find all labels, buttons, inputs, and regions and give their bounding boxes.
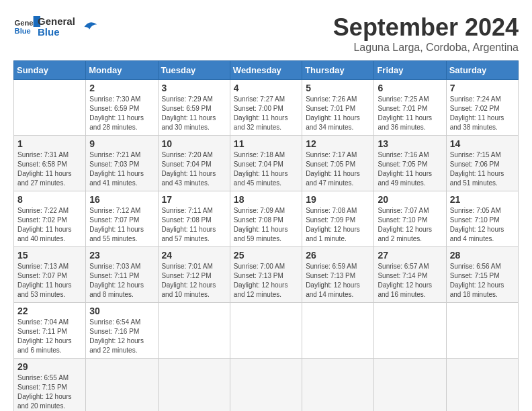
- day-number: 22: [17, 306, 82, 316]
- calendar-cell: [14, 80, 86, 136]
- day-number: 27: [378, 250, 442, 261]
- day-number: 14: [450, 138, 515, 149]
- day-number: 18: [234, 194, 298, 205]
- calendar-cell: 17 Sunrise: 7:11 AM Sunset: 7:08 PM Dayl…: [158, 191, 230, 247]
- calendar-week-4: 15 Sunrise: 7:13 AM Sunset: 7:07 PM Dayl…: [14, 247, 519, 303]
- calendar-week-2: 1 Sunrise: 7:31 AM Sunset: 6:58 PM Dayli…: [14, 136, 519, 191]
- calendar-cell: 1 Sunrise: 7:31 AM Sunset: 6:58 PM Dayli…: [14, 136, 86, 191]
- calendar-cell: 29 Sunrise: 6:55 AM Sunset: 7:15 PM Dayl…: [14, 359, 86, 412]
- day-number: 1: [17, 138, 82, 149]
- calendar-cell: [374, 359, 446, 412]
- day-info: Sunrise: 7:03 AM Sunset: 7:11 PM Dayligh…: [89, 262, 154, 300]
- day-number: 26: [306, 250, 370, 261]
- day-number: 9: [89, 138, 154, 149]
- calendar-cell: [302, 303, 374, 359]
- calendar-cell: 15 Sunrise: 7:13 AM Sunset: 7:07 PM Dayl…: [14, 247, 86, 303]
- calendar-cell: 12 Sunrise: 7:17 AM Sunset: 7:05 PM Dayl…: [302, 136, 374, 191]
- calendar-cell: [86, 359, 158, 412]
- day-number: 11: [234, 138, 298, 149]
- day-number: 10: [162, 138, 226, 149]
- calendar-cell: 13 Sunrise: 7:16 AM Sunset: 7:05 PM Dayl…: [374, 136, 446, 191]
- page-header: General Blue General Blue September 2024…: [13, 13, 519, 54]
- day-info: Sunrise: 7:17 AM Sunset: 7:05 PM Dayligh…: [306, 150, 370, 188]
- calendar-cell: [302, 359, 374, 412]
- day-number: 25: [234, 250, 298, 261]
- col-wednesday: Wednesday: [230, 61, 302, 80]
- col-saturday: Saturday: [446, 61, 518, 80]
- calendar-cell: 9 Sunrise: 7:21 AM Sunset: 7:03 PM Dayli…: [86, 136, 158, 191]
- day-number: 16: [89, 194, 154, 205]
- day-info: Sunrise: 7:04 AM Sunset: 7:11 PM Dayligh…: [17, 318, 82, 355]
- calendar-cell: 4 Sunrise: 7:27 AM Sunset: 7:00 PM Dayli…: [230, 80, 302, 136]
- day-info: Sunrise: 7:00 AM Sunset: 7:13 PM Dayligh…: [234, 262, 298, 300]
- logo-icon: General Blue: [13, 13, 40, 40]
- calendar-cell: [230, 303, 302, 359]
- day-number: 30: [89, 306, 154, 316]
- calendar-cell: 2 Sunrise: 7:30 AM Sunset: 6:59 PM Dayli…: [86, 80, 158, 136]
- calendar-cell: 22 Sunrise: 7:04 AM Sunset: 7:11 PM Dayl…: [14, 303, 86, 359]
- day-number: 20: [378, 194, 442, 205]
- calendar-cell: 24 Sunrise: 7:01 AM Sunset: 7:12 PM Dayl…: [158, 247, 230, 303]
- day-info: Sunrise: 7:20 AM Sunset: 7:04 PM Dayligh…: [162, 150, 226, 188]
- location-subtitle: Laguna Larga, Cordoba, Argentina: [333, 42, 519, 54]
- day-info: Sunrise: 7:31 AM Sunset: 6:58 PM Dayligh…: [17, 150, 82, 188]
- calendar-cell: 28 Sunrise: 6:56 AM Sunset: 7:15 PM Dayl…: [446, 247, 518, 303]
- calendar-cell: 5 Sunrise: 7:26 AM Sunset: 7:01 PM Dayli…: [302, 80, 374, 136]
- calendar-cell: 3 Sunrise: 7:29 AM Sunset: 6:59 PM Dayli…: [158, 80, 230, 136]
- day-info: Sunrise: 7:07 AM Sunset: 7:10 PM Dayligh…: [378, 206, 442, 244]
- day-number: 6: [378, 83, 442, 93]
- calendar-cell: 18 Sunrise: 7:09 AM Sunset: 7:08 PM Dayl…: [230, 191, 302, 247]
- day-info: Sunrise: 7:27 AM Sunset: 7:00 PM Dayligh…: [234, 95, 298, 132]
- calendar-cell: [158, 303, 230, 359]
- calendar-cell: [446, 303, 518, 359]
- day-info: Sunrise: 7:12 AM Sunset: 7:07 PM Dayligh…: [89, 206, 154, 244]
- day-info: Sunrise: 7:26 AM Sunset: 7:01 PM Dayligh…: [306, 95, 370, 132]
- logo-bird-icon: [79, 17, 99, 37]
- day-info: Sunrise: 7:05 AM Sunset: 7:10 PM Dayligh…: [450, 206, 515, 244]
- day-info: Sunrise: 6:57 AM Sunset: 7:14 PM Dayligh…: [378, 262, 442, 300]
- title-block: September 2024 Laguna Larga, Cordoba, Ar…: [333, 13, 519, 54]
- col-sunday: Sunday: [14, 61, 86, 80]
- calendar-cell: 21 Sunrise: 7:05 AM Sunset: 7:10 PM Dayl…: [446, 191, 518, 247]
- calendar-table: Sunday Monday Tuesday Wednesday Thursday…: [13, 60, 519, 411]
- day-info: Sunrise: 7:21 AM Sunset: 7:03 PM Dayligh…: [89, 150, 154, 188]
- day-number: 21: [450, 194, 515, 205]
- calendar-cell: 14 Sunrise: 7:15 AM Sunset: 7:06 PM Dayl…: [446, 136, 518, 191]
- calendar-body: 2 Sunrise: 7:30 AM Sunset: 6:59 PM Dayli…: [14, 80, 519, 412]
- col-friday: Friday: [374, 61, 446, 80]
- svg-text:Blue: Blue: [15, 27, 31, 35]
- calendar-cell: 19 Sunrise: 7:08 AM Sunset: 7:09 PM Dayl…: [302, 191, 374, 247]
- day-info: Sunrise: 7:15 AM Sunset: 7:06 PM Dayligh…: [450, 150, 515, 188]
- day-number: 4: [234, 83, 298, 93]
- day-number: 29: [17, 361, 82, 372]
- calendar-cell: 26 Sunrise: 6:59 AM Sunset: 7:13 PM Dayl…: [302, 247, 374, 303]
- day-info: Sunrise: 7:11 AM Sunset: 7:08 PM Dayligh…: [162, 206, 226, 244]
- header-row: Sunday Monday Tuesday Wednesday Thursday…: [14, 61, 519, 80]
- col-thursday: Thursday: [302, 61, 374, 80]
- calendar-cell: [374, 303, 446, 359]
- calendar-cell: 20 Sunrise: 7:07 AM Sunset: 7:10 PM Dayl…: [374, 191, 446, 247]
- day-number: 12: [306, 138, 370, 149]
- day-info: Sunrise: 7:24 AM Sunset: 7:02 PM Dayligh…: [450, 95, 515, 132]
- calendar-cell: 23 Sunrise: 7:03 AM Sunset: 7:11 PM Dayl…: [86, 247, 158, 303]
- calendar-cell: 10 Sunrise: 7:20 AM Sunset: 7:04 PM Dayl…: [158, 136, 230, 191]
- day-info: Sunrise: 7:09 AM Sunset: 7:08 PM Dayligh…: [234, 206, 298, 244]
- calendar-cell: 16 Sunrise: 7:12 AM Sunset: 7:07 PM Dayl…: [86, 191, 158, 247]
- month-title: September 2024: [333, 13, 519, 42]
- day-number: 28: [450, 250, 515, 261]
- day-info: Sunrise: 6:55 AM Sunset: 7:15 PM Dayligh…: [17, 373, 82, 411]
- calendar-cell: 27 Sunrise: 6:57 AM Sunset: 7:14 PM Dayl…: [374, 247, 446, 303]
- calendar-week-3: 8 Sunrise: 7:22 AM Sunset: 7:02 PM Dayli…: [14, 191, 519, 247]
- day-info: Sunrise: 7:22 AM Sunset: 7:02 PM Dayligh…: [17, 206, 82, 244]
- day-number: 8: [17, 194, 82, 205]
- day-info: Sunrise: 7:30 AM Sunset: 6:59 PM Dayligh…: [89, 95, 154, 132]
- calendar-cell: 7 Sunrise: 7:24 AM Sunset: 7:02 PM Dayli…: [446, 80, 518, 136]
- day-number: 3: [162, 83, 226, 93]
- day-info: Sunrise: 7:08 AM Sunset: 7:09 PM Dayligh…: [306, 206, 370, 244]
- calendar-cell: 8 Sunrise: 7:22 AM Sunset: 7:02 PM Dayli…: [14, 191, 86, 247]
- calendar-cell: 6 Sunrise: 7:25 AM Sunset: 7:01 PM Dayli…: [374, 80, 446, 136]
- calendar-cell: 30 Sunrise: 6:54 AM Sunset: 7:16 PM Dayl…: [86, 303, 158, 359]
- day-number: 24: [162, 250, 226, 261]
- day-info: Sunrise: 6:56 AM Sunset: 7:15 PM Dayligh…: [450, 262, 515, 300]
- day-number: 15: [17, 250, 82, 261]
